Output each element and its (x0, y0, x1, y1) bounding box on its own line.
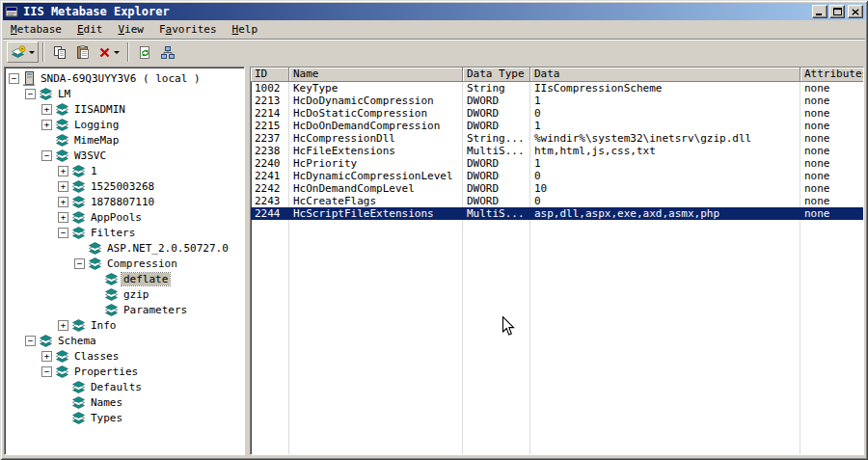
tree-item-label: Compression (105, 257, 179, 270)
toolbar (3, 40, 865, 65)
table-row[interactable]: 2240HcPriorityDWORD1none (251, 157, 863, 170)
paste-icon (76, 45, 91, 60)
cell-data: 1 (530, 120, 800, 132)
menu-help[interactable]: Help (225, 21, 266, 39)
tree-item-logging[interactable]: +Logging (5, 117, 244, 132)
app-icon (5, 5, 20, 18)
cell-id: 2240 (251, 157, 289, 170)
expand-icon[interactable]: + (58, 197, 68, 207)
tree-item-classes[interactable]: +Classes (5, 348, 244, 364)
db-icon (55, 134, 69, 147)
collapse-icon[interactable]: − (58, 228, 68, 238)
cell-attributes: none (800, 157, 863, 170)
tree-item-1[interactable]: +1 (5, 163, 244, 178)
menu-metabase[interactable]: Metabase (3, 21, 69, 39)
column-header-attributes[interactable]: Attributes (800, 68, 863, 82)
tree-item-lm[interactable]: −LM (5, 86, 244, 101)
table-row[interactable]: 2215HcDoOnDemandCompressionDWORD1none (251, 120, 863, 132)
tree-item-label: W3SVC (72, 149, 108, 162)
cell-id: 1002 (251, 82, 289, 95)
copy-button[interactable] (48, 41, 71, 63)
menu-favorites[interactable]: Favorites (151, 21, 225, 39)
collapse-icon[interactable]: − (9, 73, 19, 84)
tree-item-apppools[interactable]: +AppPools (5, 209, 244, 225)
table-row[interactable]: 1002KeyTypeStringIIsCompressionSchemenon… (251, 82, 863, 95)
menu-view[interactable]: View (110, 21, 151, 39)
minimize-button[interactable] (812, 5, 827, 18)
tree-item-label: AppPools (89, 211, 144, 224)
tree-item-names[interactable]: Names (5, 394, 244, 410)
connect-button[interactable] (156, 41, 179, 63)
tree-item-mimemap[interactable]: MimeMap (5, 132, 244, 148)
tree-item-label: gzip (122, 288, 151, 301)
tree-item-1878807110[interactable]: +1878807110 (5, 194, 244, 209)
tree-item-deflate[interactable]: deflate (5, 271, 244, 286)
table-row[interactable]: 2243HcCreateFlagsDWORD0none (251, 195, 863, 207)
paste-button[interactable] (71, 41, 95, 63)
collapse-icon[interactable]: − (25, 336, 36, 346)
tree-item-defaults[interactable]: Defaults (5, 379, 244, 394)
tree-item-iisadmin[interactable]: +IISADMIN (5, 101, 244, 117)
tree-item-label: Classes (72, 350, 121, 363)
tree-item-snda-69q3uyy3v6-local[interactable]: −SNDA-69Q3UYY3V6 ( local ) (5, 70, 244, 86)
tree-item-properties[interactable]: −Properties (5, 364, 244, 379)
cell-data-type: DWORD (463, 170, 530, 182)
db-icon (71, 319, 86, 332)
expand-icon[interactable]: + (58, 320, 68, 331)
table-row[interactable]: 2238HcFileExtensionsMultiS...htm,html,js… (251, 145, 863, 157)
tree-item-info[interactable]: +Info (5, 317, 244, 333)
column-header-data[interactable]: Data (530, 68, 800, 82)
expand-icon[interactable]: + (58, 212, 68, 223)
tree-item-1525003268[interactable]: +1525003268 (5, 178, 244, 194)
expand-icon[interactable]: + (41, 351, 52, 362)
dropdown-arrow-icon[interactable] (29, 51, 35, 54)
tree-item-schema[interactable]: −Schema (5, 333, 244, 348)
expand-icon[interactable]: + (58, 181, 68, 192)
tree-item-compression[interactable]: −Compression (5, 256, 244, 271)
expand-icon[interactable]: + (41, 104, 52, 115)
maximize-button[interactable] (829, 5, 845, 18)
collapse-icon[interactable]: − (41, 366, 52, 377)
cell-data-type: DWORD (463, 195, 530, 207)
list-panel: IDNameData TypeDataAttributes 1002KeyTyp… (250, 67, 864, 455)
db-icon (104, 273, 119, 285)
tree-item-label: Info (89, 319, 119, 332)
menu-bar: MetabaseEditViewFavoritesHelp (3, 20, 865, 40)
expand-icon[interactable]: + (58, 166, 68, 176)
table-row[interactable]: 2241HcDynamicCompressionLevelDWORD0none (251, 170, 863, 182)
app-window: IIS Metabase Explorer MetabaseEditViewFa… (0, 0, 868, 460)
new-key-icon (11, 45, 26, 60)
tree-item-filters[interactable]: −Filters (5, 225, 244, 240)
cell-name: HcCompressionDll (289, 132, 463, 145)
column-header-id[interactable]: ID (251, 68, 289, 82)
menu-edit[interactable]: Edit (69, 21, 111, 39)
tree-item-label: Defaults (89, 381, 144, 393)
cell-data: 1 (530, 95, 800, 107)
tree-item-parameters[interactable]: Parameters (5, 302, 244, 317)
cell-data: asp,dll,aspx,exe,axd,asmx,php (530, 207, 800, 220)
table-row[interactable]: 2214HcDoStaticCompressionDWORD0none (251, 107, 863, 120)
table-row[interactable]: 2213HcDoDynamicCompressionDWORD1none (251, 95, 863, 107)
cell-id: 2237 (251, 132, 289, 145)
cell-data-type: DWORD (463, 157, 530, 170)
collapse-icon[interactable]: − (41, 150, 52, 161)
collapse-icon[interactable]: − (74, 258, 85, 269)
collapse-icon[interactable]: − (25, 89, 36, 99)
table-row[interactable]: 2244HcScriptFileExtensionsMultiS...asp,d… (251, 207, 863, 220)
db-icon (104, 288, 119, 301)
tree-item-gzip[interactable]: gzip (5, 286, 244, 302)
column-header-data-type[interactable]: Data Type (463, 68, 530, 82)
dropdown-arrow-icon[interactable] (114, 51, 120, 54)
close-button[interactable] (848, 5, 863, 18)
tree-item-w3svc[interactable]: −W3SVC (5, 148, 244, 163)
expand-icon[interactable]: + (41, 120, 52, 130)
new-key-button[interactable] (7, 41, 39, 63)
table-row[interactable]: 2237HcCompressionDllString...%windir%\sy… (251, 132, 863, 145)
db-icon (55, 103, 69, 116)
column-header-name[interactable]: Name (289, 68, 463, 82)
table-row[interactable]: 2242HcOnDemandCompLevelDWORD10none (251, 182, 863, 195)
tree-item-asp-net-2-0-50727-0[interactable]: ASP.NET_2.0.50727.0 (5, 240, 244, 256)
refresh-button[interactable] (133, 41, 156, 63)
delete-button[interactable] (95, 41, 123, 63)
tree-item-types[interactable]: Types (5, 410, 244, 425)
